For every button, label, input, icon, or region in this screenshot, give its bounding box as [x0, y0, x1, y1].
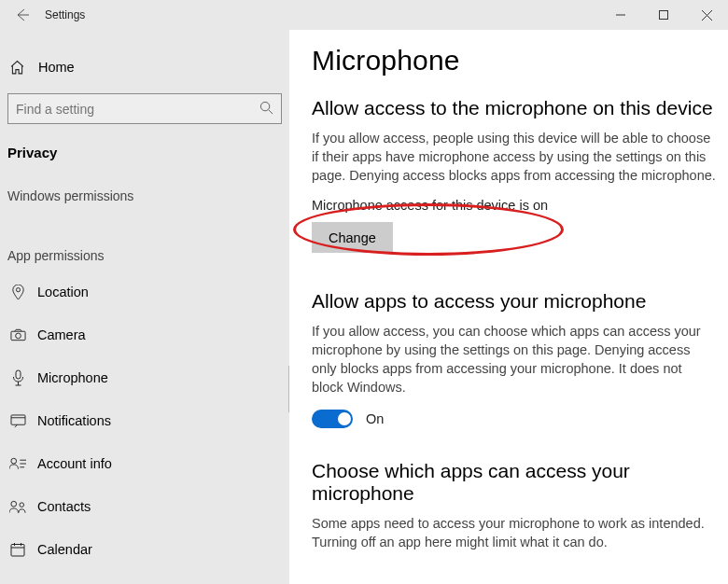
sidebar-item-calendar[interactable]: Calendar	[0, 528, 289, 571]
home-label: Home	[38, 60, 75, 75]
svg-point-13	[20, 502, 24, 507]
sidebar-item-label: Contacts	[37, 499, 91, 514]
sidebar-item-microphone[interactable]: Microphone	[0, 356, 289, 399]
search-icon	[259, 101, 273, 118]
allow-apps-toggle[interactable]	[312, 410, 353, 428]
toggle-knob	[338, 412, 351, 425]
page-title: Microphone	[312, 45, 717, 76]
toggle-state-label: On	[366, 411, 384, 426]
home-icon	[9, 60, 25, 76]
sidebar-item-notifications[interactable]: Notifications	[0, 399, 289, 442]
close-icon	[702, 10, 712, 21]
section2-heading: Allow apps to access your microphone	[312, 290, 717, 313]
titlebar: Settings	[0, 0, 728, 30]
microphone-access-status: Microphone access for this device is on	[312, 198, 717, 213]
contacts-icon	[9, 500, 26, 514]
section3-body: Some apps need to access your microphone…	[312, 514, 717, 551]
minimize-icon	[616, 10, 625, 20]
search-input-container[interactable]	[7, 93, 282, 124]
svg-point-11	[11, 458, 17, 464]
sidebar-item-home[interactable]: Home	[0, 49, 289, 86]
sidebar-item-label: Location	[37, 285, 89, 299]
sidebar-item-label: Microphone	[37, 370, 108, 385]
svg-rect-1	[660, 11, 668, 20]
minimize-button[interactable]	[599, 0, 642, 30]
sidebar-item-account-info[interactable]: Account info	[0, 442, 289, 485]
main-content: Microphone Allow access to the microphon…	[289, 30, 728, 584]
search-input[interactable]	[16, 102, 259, 117]
account-info-icon	[9, 457, 26, 470]
svg-rect-9	[16, 370, 21, 379]
svg-point-12	[11, 501, 17, 507]
maximize-button[interactable]	[642, 0, 685, 30]
sidebar-item-label: Camera	[37, 327, 86, 342]
sidebar-subheader-windows-permissions: Windows permissions	[0, 168, 289, 211]
sidebar: Home Privacy Windows permissions App per…	[0, 30, 289, 584]
svg-rect-14	[11, 545, 24, 557]
calendar-icon	[9, 542, 26, 557]
window-title: Settings	[45, 8, 85, 21]
location-icon	[9, 285, 26, 300]
section3-heading: Choose which apps can access your microp…	[312, 460, 717, 505]
sidebar-item-label: Notifications	[37, 413, 111, 428]
notifications-icon	[9, 414, 26, 428]
sidebar-item-label: Account info	[37, 456, 112, 471]
sidebar-item-location[interactable]: Location	[0, 271, 289, 313]
sidebar-item-camera[interactable]: Camera	[0, 313, 289, 356]
sidebar-section-privacy: Privacy	[0, 133, 289, 168]
back-arrow-icon	[15, 7, 30, 22]
change-button[interactable]: Change	[312, 222, 393, 253]
svg-point-6	[16, 287, 20, 291]
svg-line-5	[269, 109, 273, 113]
svg-point-4	[260, 102, 269, 110]
maximize-icon	[659, 10, 668, 20]
microphone-icon	[9, 369, 26, 386]
svg-rect-10	[11, 414, 25, 424]
sidebar-item-label: Calendar	[37, 542, 92, 557]
section2-body: If you allow access, you can choose whic…	[312, 322, 717, 396]
sidebar-subheader-app-permissions: App permissions	[0, 211, 289, 271]
section1-heading: Allow access to the microphone on this d…	[312, 97, 717, 119]
sidebar-item-contacts[interactable]: Contacts	[0, 485, 289, 528]
section1-body: If you allow access, people using this d…	[312, 129, 717, 185]
camera-icon	[9, 328, 26, 341]
back-button[interactable]	[0, 0, 45, 30]
close-button[interactable]	[685, 0, 728, 30]
svg-point-8	[15, 333, 21, 339]
